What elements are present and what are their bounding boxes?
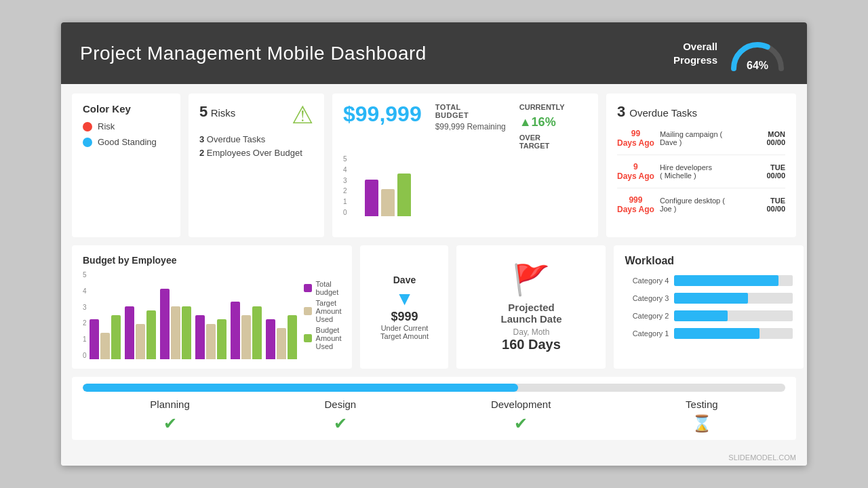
- overdue-label: Overdue Tasks: [629, 107, 697, 119]
- stage-testing-label: Testing: [686, 399, 718, 410]
- emp-bar-group-3: [195, 315, 226, 359]
- stage-development: Development ✔: [491, 399, 551, 433]
- budget-bar-2: [381, 189, 395, 216]
- stages-row: Planning ✔ Design ✔ Development ✔ Testin…: [83, 399, 785, 433]
- workload-row-cat1: Category 1: [625, 328, 793, 339]
- overdue-count-item: 3 Overdue Tasks: [199, 134, 313, 144]
- risks-label: Risks: [211, 107, 236, 119]
- budget-chart: [351, 155, 411, 216]
- emp-bar-group-0: [90, 315, 121, 359]
- launch-days: 160 Days: [502, 337, 561, 352]
- days-ago-0: 99Days Ago: [617, 129, 654, 148]
- workload-row-cat3: Category 3: [625, 293, 793, 304]
- budget-total-label: TOTALBUDGET: [435, 103, 506, 119]
- dave-sub: Under Current Target Amount: [371, 324, 437, 340]
- check-icon-development: ✔: [514, 414, 528, 433]
- risk-label: Risk: [98, 121, 115, 131]
- workload-title: Workload: [625, 255, 793, 267]
- budget-bar-1: [365, 180, 378, 216]
- progress-bar-fill: [83, 384, 518, 392]
- overdue-card: 3 Overdue Tasks 99Days Ago Mailing campa…: [606, 94, 796, 237]
- stage-design: Design ✔: [324, 399, 356, 433]
- overall-progress-bar: [83, 384, 785, 392]
- key-item-risk: Risk: [83, 121, 170, 131]
- slide-container: Project Management Mobile Dashboard Over…: [61, 22, 807, 466]
- budget-employee-card: Budget by Employee 543210: [72, 245, 352, 369]
- days-ago-2: 999Days Ago: [617, 195, 654, 214]
- dave-card: Dave ▼ $999 Under Current Target Amount: [360, 245, 448, 369]
- launch-card: 🚩 ProjectedLaunch Date Day, Moth 160 Day…: [456, 245, 606, 369]
- task-date-2: TUE00/00: [766, 197, 785, 213]
- stage-design-label: Design: [324, 399, 356, 410]
- task-desc-2: Configure desktop (Joe ): [660, 197, 762, 213]
- standing-label: Good Standing: [98, 137, 157, 147]
- risk-dot: [83, 122, 92, 131]
- budget-card: $99,999 TOTALBUDGET $99,999 Remaining CU…: [332, 94, 598, 237]
- emp-bar-group-5: [266, 315, 297, 359]
- emp-bar-group-2: [160, 289, 191, 359]
- stage-planning-label: Planning: [150, 399, 189, 410]
- overdue-item-0: 99Days Ago Mailing campaign (Dave ) MON0…: [617, 129, 785, 155]
- bottom-row: Planning ✔ Design ✔ Development ✔ Testin…: [72, 377, 796, 440]
- stage-planning: Planning ✔: [150, 399, 189, 433]
- budget-yaxis: 543210: [343, 155, 347, 216]
- dave-down-arrow-icon: ▼: [395, 288, 414, 310]
- launch-date-label: Day, Moth: [513, 327, 550, 337]
- overdue-item-2: 999Days Ago Configure desktop (Joe ) TUE…: [617, 195, 785, 221]
- stage-testing: Testing ⌛: [686, 399, 718, 433]
- emp-bar-group-1: [125, 306, 156, 359]
- standing-dot: [83, 138, 92, 147]
- emp-yaxis: 543210: [83, 271, 87, 359]
- over-target-label: OVERTARGET: [519, 134, 565, 150]
- header: Project Management Mobile Dashboard Over…: [61, 22, 807, 84]
- budget-bar-3: [397, 174, 411, 216]
- overall-progress: OverallProgress 64%: [673, 35, 788, 72]
- check-icon-planning: ✔: [163, 414, 177, 433]
- emp-chart-area: 543210: [83, 271, 297, 359]
- watermark: SLIDEMODEL.COM: [61, 449, 807, 466]
- emp-bars: [90, 271, 297, 359]
- workload-row-cat2: Category 2: [625, 310, 793, 321]
- task-date-0: MON00/00: [766, 130, 785, 146]
- task-desc-0: Mailing campaign (Dave ): [660, 130, 762, 146]
- flag-icon: 🚩: [513, 262, 550, 298]
- page-title: Project Management Mobile Dashboard: [80, 43, 427, 64]
- warning-icon: ⚠: [292, 103, 313, 127]
- budget-emp-title: Budget by Employee: [83, 255, 341, 266]
- budget-remaining: $99,999 Remaining: [435, 122, 506, 131]
- dave-amount: $999: [391, 310, 418, 324]
- dave-name: Dave: [393, 274, 416, 285]
- emp-legend: Total budget Target Amount Used Budget A…: [304, 271, 342, 359]
- main-content: Color Key Risk Good Standing 5 Risks: [61, 84, 807, 449]
- days-ago-1: 9Days Ago: [617, 162, 654, 181]
- overdue-title-row: 3 Overdue Tasks: [617, 103, 785, 121]
- task-date-1: TUE00/00: [766, 163, 785, 180]
- progress-pct: 64%: [727, 60, 788, 72]
- budget-top: $99,999 TOTALBUDGET $99,999 Remaining CU…: [343, 103, 587, 150]
- budget-current-pct: ▲16%: [519, 115, 565, 129]
- check-icon-design: ✔: [334, 414, 347, 433]
- risks-card: 5 Risks ⚠ 3 Overdue Tasks 2 Employees Ov…: [189, 94, 324, 237]
- budget-amount: $99,999: [343, 103, 422, 125]
- launch-title: ProjectedLaunch Date: [500, 302, 561, 325]
- hourglass-icon-testing: ⌛: [692, 414, 712, 433]
- mid-row: Budget by Employee 543210: [72, 245, 796, 369]
- risks-header: 5 Risks ⚠: [199, 103, 313, 127]
- progress-label: OverallProgress: [673, 40, 717, 66]
- task-desc-1: Hire developers( Michelle ): [660, 163, 762, 180]
- risks-detail: 3 Overdue Tasks 2 Employees Over Budget: [199, 134, 313, 158]
- legend-target: Target Amount Used: [304, 299, 342, 323]
- emp-bar-group-4: [231, 302, 262, 359]
- color-key-title: Color Key: [83, 103, 170, 115]
- workload-row-cat4: Category 4: [625, 275, 793, 286]
- gauge: 64%: [727, 35, 788, 72]
- workload-card: Workload Category 4 Category 3 Category …: [614, 245, 804, 369]
- overdue-count: 3: [617, 103, 625, 121]
- legend-budget: Budget Amount Used: [304, 326, 342, 350]
- currently-label: CURRENTLY: [519, 103, 565, 111]
- key-item-standing: Good Standing: [83, 137, 170, 147]
- over-budget-item: 2 Employees Over Budget: [199, 148, 313, 158]
- color-key-card: Color Key Risk Good Standing: [72, 94, 180, 237]
- top-row: Color Key Risk Good Standing 5 Risks: [72, 94, 796, 237]
- legend-total: Total budget: [304, 280, 342, 296]
